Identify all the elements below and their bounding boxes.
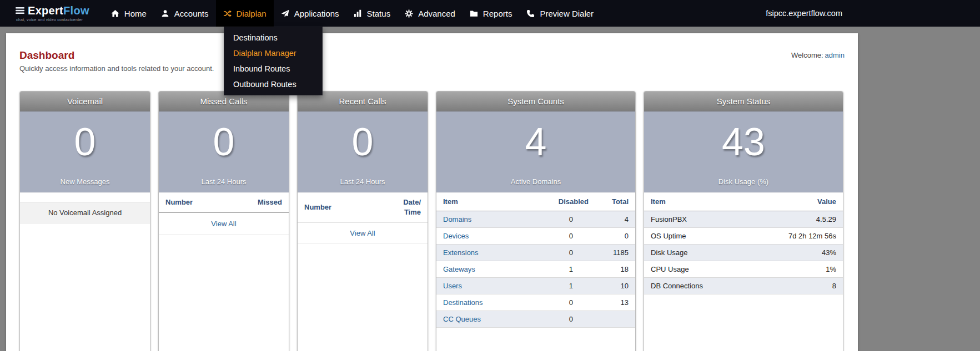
nav-item-dialplan[interactable]: Dialplan [216, 0, 274, 27]
table-header-row: Item Value [644, 192, 843, 211]
dropdown-item-inbound-routes[interactable]: Inbound Routes [224, 61, 322, 77]
voicemail-panel-header: Voicemail [20, 91, 150, 111]
table-row: Domains 0 4 [436, 211, 635, 228]
folder-icon [470, 9, 478, 18]
nav-item-preview-dialer[interactable]: Preview Dialer [519, 0, 601, 27]
phone-icon [526, 9, 535, 18]
nav-item-label: Preview Dialer [540, 9, 594, 18]
system-counts-panel-body: Item Disabled Total Domains 0 4 [436, 192, 635, 328]
domain-name: fsipcc.expertflow.com [766, 9, 842, 18]
counts-item-link-users[interactable]: Users [443, 282, 462, 290]
system-counts-number-block: 4 Active Domains [436, 111, 635, 192]
welcome-text: Welcome:admin [791, 51, 845, 59]
table-row: Destinations 0 13 [436, 294, 635, 311]
table-row: Users 1 10 [436, 278, 635, 294]
system-status-panel-header: System Status [644, 91, 843, 111]
brand-name-expert: Expert [28, 4, 63, 17]
recent-calls-number-block: 0 Last 24 Hours [298, 111, 428, 192]
brand-logo[interactable]: ExpertFlow chat, voice and video contact… [16, 0, 89, 27]
dialplan-dropdown-menu: Destinations Dialplan Manager Inbound Ro… [224, 27, 323, 95]
dashboard-panels: Voicemail 0 New Messages No Voicemail As… [6, 91, 858, 351]
column-header-value: Value [765, 192, 843, 211]
column-header-disabled: Disabled [531, 192, 596, 211]
voicemail-number-block: 0 New Messages [20, 111, 150, 192]
counts-item-link-extensions[interactable]: Extensions [443, 248, 479, 257]
recent-calls-table-header: Number Date/ Time [298, 192, 428, 222]
total-count [596, 311, 635, 328]
status-value: 8 [765, 278, 843, 294]
recent-calls-caption: Last 24 Hours [298, 177, 428, 186]
dropdown-item-outbound-routes[interactable]: Outbound Routes [224, 77, 322, 92]
dropdown-item-dialplan-manager[interactable]: Dialplan Manager [224, 45, 322, 61]
gear-icon [405, 9, 413, 18]
system-counts-count: 4 [436, 123, 635, 161]
counts-item-link-destinations[interactable]: Destinations [443, 298, 483, 307]
brand-name-flow: Flow [63, 4, 89, 17]
status-value: 7d 2h 12m 56s [765, 228, 843, 245]
status-value: 43% [765, 245, 843, 261]
recent-calls-panel: Recent Calls 0 Last 24 Hours Number Date… [297, 91, 428, 351]
disabled-count: 0 [531, 211, 596, 228]
system-counts-table: Item Disabled Total Domains 0 4 [436, 192, 635, 328]
paper-plane-icon [281, 9, 289, 18]
counts-item-link-gateways[interactable]: Gateways [443, 265, 475, 273]
disabled-count: 0 [531, 245, 596, 261]
nav-item-label: Applications [294, 9, 339, 18]
counts-item-link-domains[interactable]: Domains [443, 215, 471, 223]
home-icon [111, 9, 119, 18]
status-item: FusionPBX [644, 211, 765, 228]
user-icon [161, 9, 169, 18]
system-status-table: Item Value FusionPBX 4.5.29 OS Uptime [644, 192, 843, 294]
total-count: 1185 [596, 245, 635, 261]
brand-name: ExpertFlow [28, 5, 89, 16]
status-value: 4.5.29 [765, 211, 843, 228]
column-header-number: Number [165, 198, 193, 206]
dropdown-item-destinations[interactable]: Destinations [224, 30, 322, 45]
fusionpbx-dashboard-screen: ExpertFlow chat, voice and video contact… [0, 0, 980, 351]
welcome-label: Welcome: [791, 51, 823, 59]
system-counts-caption: Active Domains [436, 177, 635, 186]
missed-calls-view-all-link[interactable]: View All [211, 220, 236, 228]
table-row: CC Queues 0 [436, 311, 635, 328]
system-status-panel-body: Item Value FusionPBX 4.5.29 OS Uptime [644, 192, 843, 294]
nav-item-label: Accounts [174, 9, 209, 18]
system-counts-panel-header: System Counts [436, 91, 635, 111]
counts-item-link-devices[interactable]: Devices [443, 232, 469, 240]
table-row: Extensions 0 1185 [436, 245, 635, 261]
counts-item-link-cc-queues[interactable]: CC Queues [443, 315, 481, 323]
page-header: Dashboard Quickly access information and… [6, 33, 858, 73]
voicemail-panel: Voicemail 0 New Messages No Voicemail As… [19, 91, 150, 351]
voicemail-empty-message: No Voicemail Assigned [20, 202, 150, 223]
recent-calls-view-all-link[interactable]: View All [350, 229, 375, 237]
total-count: 0 [596, 228, 635, 245]
nav-item-label: Dialplan [237, 9, 267, 18]
nav-item-label: Reports [483, 9, 512, 18]
welcome-user-link[interactable]: admin [825, 51, 845, 59]
column-header-total: Total [596, 192, 635, 211]
top-navbar: ExpertFlow chat, voice and video contact… [0, 0, 980, 27]
brand-tagline: chat, voice and video contactcenter [16, 18, 89, 22]
nav-item-accounts[interactable]: Accounts [154, 0, 216, 27]
table-row: Gateways 1 18 [436, 261, 635, 278]
voicemail-count: 0 [20, 123, 150, 161]
nav-menu: Home Accounts Dialplan Applications Stat… [104, 0, 601, 27]
voicemail-panel-body: No Voicemail Assigned [20, 202, 150, 223]
disabled-count: 0 [531, 294, 596, 311]
nav-item-home[interactable]: Home [104, 0, 154, 27]
disabled-count: 0 [531, 311, 596, 328]
voicemail-caption: New Messages [20, 177, 150, 186]
nav-item-label: Status [367, 9, 391, 18]
nav-item-status[interactable]: Status [346, 0, 398, 27]
missed-calls-view-all-row: View All [159, 213, 289, 235]
column-header-missed: Missed [258, 197, 282, 207]
nav-item-label: Home [124, 9, 147, 18]
status-item: DB Connections [644, 278, 765, 294]
total-count: 4 [596, 211, 635, 228]
column-header-item: Item [644, 192, 765, 211]
nav-item-advanced[interactable]: Advanced [398, 0, 463, 27]
table-row: DB Connections 8 [644, 278, 843, 294]
nav-item-reports[interactable]: Reports [463, 0, 520, 27]
recent-calls-panel-body: Number Date/ Time View All [298, 192, 428, 244]
missed-calls-panel-body: Number Missed View All [159, 192, 289, 235]
nav-item-applications[interactable]: Applications [274, 0, 346, 27]
